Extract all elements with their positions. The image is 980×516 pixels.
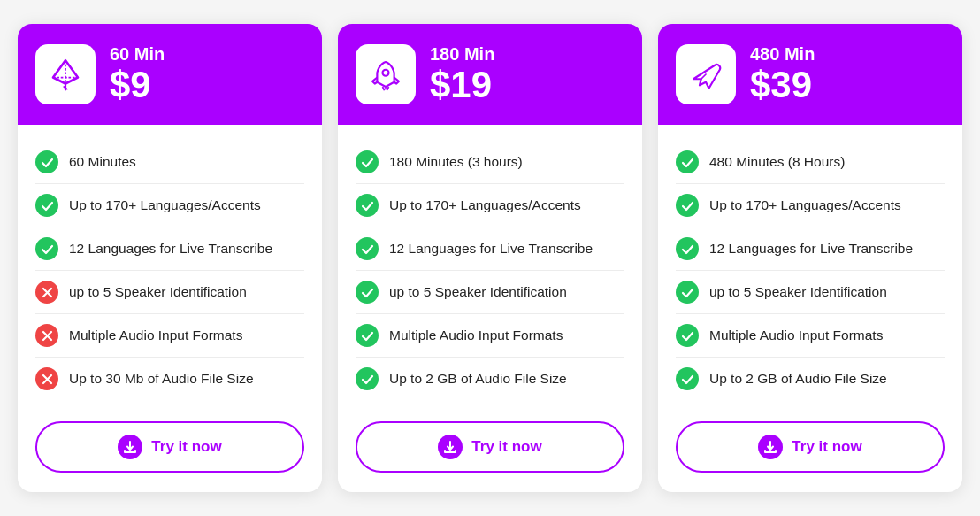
check-included-icon (676, 324, 699, 347)
check-included-icon (356, 194, 379, 217)
list-item: 12 Languages for Live Transcribe (676, 227, 945, 271)
minutes-label-plan-480: 480 Min (750, 43, 815, 65)
card-header-plan-480: 480 Min$39 (658, 24, 962, 125)
card-header-plan-60: 60 Min$9 (18, 24, 322, 125)
price-label-plan-60: $9 (110, 65, 165, 105)
plane-icon (676, 44, 736, 104)
feature-text: 480 Minutes (8 Hours) (709, 154, 845, 170)
download-icon (438, 435, 463, 459)
list-item: Up to 170+ Languages/Accents (35, 184, 304, 227)
list-item: Up to 170+ Languages/Accents (356, 184, 624, 227)
pricing-card-plan-60: 60 Min$9 60 Minutes Up to 170+ Languages… (18, 24, 322, 492)
pricing-container: 60 Min$9 60 Minutes Up to 170+ Languages… (18, 24, 962, 492)
try-it-now-button[interactable]: Try it now (676, 421, 945, 473)
features-list-plan-480: 480 Minutes (8 Hours) Up to 170+ Languag… (658, 125, 962, 409)
pricing-card-plan-480: 480 Min$39 480 Minutes (8 Hours) Up to 1… (658, 24, 962, 492)
feature-text: Up to 2 GB of Audio File Size (389, 371, 567, 387)
check-included-icon (676, 194, 699, 217)
feature-text: 180 Minutes (3 hours) (389, 154, 523, 170)
card-header-plan-180: 180 Min$19 (338, 24, 642, 125)
list-item: Multiple Audio Input Formats (35, 314, 304, 358)
feature-text: Multiple Audio Input Formats (389, 327, 563, 343)
check-included-icon (356, 237, 379, 260)
try-button-label: Try it now (151, 438, 221, 456)
list-item: 480 Minutes (8 Hours) (676, 141, 945, 184)
check-included-icon (676, 237, 699, 260)
list-item: Multiple Audio Input Formats (676, 314, 945, 358)
list-item: 180 Minutes (3 hours) (356, 141, 624, 184)
feature-text: Up to 30 Mb of Audio File Size (69, 371, 254, 387)
svg-line-11 (701, 74, 706, 79)
feature-text: 12 Languages for Live Transcribe (389, 241, 593, 257)
list-item: Up to 30 Mb of Audio File Size (35, 358, 304, 400)
check-included-icon (356, 324, 379, 347)
kite-icon (35, 44, 96, 104)
pricing-card-plan-180: 180 Min$19 180 Minutes (3 hours) Up to 1… (338, 24, 642, 492)
try-button-label: Try it now (792, 438, 861, 456)
rocket-icon (356, 44, 416, 104)
try-it-now-button[interactable]: Try it now (35, 421, 304, 473)
feature-text: up to 5 Speaker Identification (709, 284, 887, 300)
feature-text: 12 Languages for Live Transcribe (709, 241, 913, 257)
feature-text: 12 Languages for Live Transcribe (69, 241, 272, 257)
check-included-icon (356, 367, 379, 390)
feature-text: up to 5 Speaker Identification (389, 284, 567, 300)
check-included-icon (676, 150, 699, 173)
price-label-plan-180: $19 (430, 65, 494, 105)
check-included-icon (356, 281, 379, 304)
check-excluded-icon (35, 324, 58, 347)
try-button-label: Try it now (471, 438, 541, 456)
card-footer-plan-60: Try it now (18, 409, 322, 492)
download-icon (118, 435, 142, 459)
feature-text: Up to 2 GB of Audio File Size (709, 371, 887, 387)
list-item: Up to 2 GB of Audio File Size (356, 358, 624, 400)
list-item: 12 Languages for Live Transcribe (35, 227, 304, 271)
feature-text: Up to 170+ Languages/Accents (709, 197, 901, 213)
price-label-plan-480: $39 (750, 65, 815, 105)
minutes-label-plan-180: 180 Min (430, 43, 494, 65)
feature-text: Up to 170+ Languages/Accents (389, 197, 581, 213)
list-item: 60 Minutes (35, 141, 304, 184)
try-it-now-button[interactable]: Try it now (356, 421, 624, 473)
check-included-icon (35, 150, 58, 173)
list-item: up to 5 Speaker Identification (356, 271, 624, 314)
list-item: up to 5 Speaker Identification (35, 271, 304, 314)
check-included-icon (676, 367, 699, 390)
list-item: Multiple Audio Input Formats (356, 314, 624, 358)
feature-text: Multiple Audio Input Formats (709, 327, 883, 343)
card-footer-plan-180: Try it now (338, 409, 642, 492)
list-item: Up to 2 GB of Audio File Size (676, 358, 945, 400)
card-footer-plan-480: Try it now (658, 409, 962, 492)
features-list-plan-60: 60 Minutes Up to 170+ Languages/Accents … (18, 125, 322, 409)
svg-point-10 (383, 70, 389, 76)
download-icon (758, 435, 783, 459)
feature-text: up to 5 Speaker Identification (69, 284, 247, 300)
check-included-icon (35, 237, 58, 260)
check-included-icon (676, 281, 699, 304)
check-included-icon (356, 150, 379, 173)
feature-text: 60 Minutes (69, 154, 136, 170)
list-item: 12 Languages for Live Transcribe (356, 227, 624, 271)
check-excluded-icon (35, 367, 58, 390)
check-included-icon (35, 194, 58, 217)
features-list-plan-180: 180 Minutes (3 hours) Up to 170+ Languag… (338, 125, 642, 409)
feature-text: Up to 170+ Languages/Accents (69, 197, 261, 213)
check-excluded-icon (35, 281, 58, 304)
minutes-label-plan-60: 60 Min (110, 43, 165, 65)
list-item: Up to 170+ Languages/Accents (676, 184, 945, 227)
list-item: up to 5 Speaker Identification (676, 271, 945, 314)
svg-line-1 (64, 87, 67, 89)
feature-text: Multiple Audio Input Formats (69, 327, 242, 343)
